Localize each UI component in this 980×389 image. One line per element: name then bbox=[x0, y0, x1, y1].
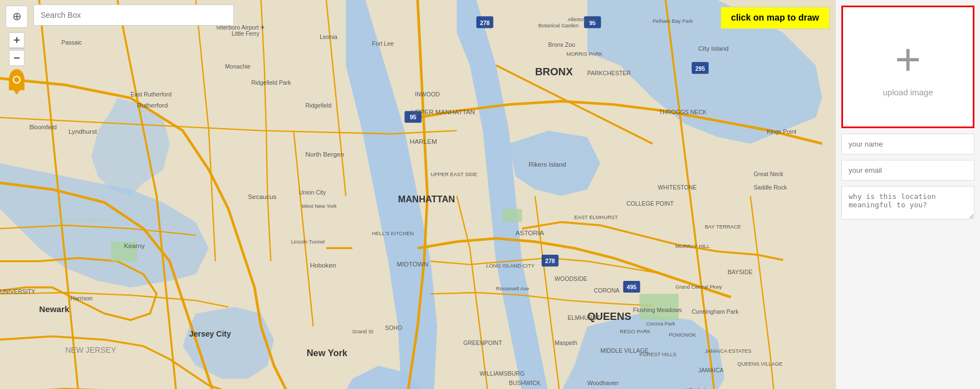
svg-text:City Island: City Island bbox=[698, 45, 729, 52]
svg-text:BRONX: BRONX bbox=[535, 66, 573, 77]
svg-text:MIDTOWN: MIDTOWN bbox=[397, 260, 429, 268]
svg-text:Bronx Zoo: Bronx Zoo bbox=[548, 41, 575, 48]
navigation-control[interactable]: ⊕ bbox=[6, 6, 28, 28]
svg-text:⊕: ⊕ bbox=[12, 10, 22, 22]
pegman-control[interactable] bbox=[9, 69, 24, 90]
plus-icon: + bbox=[895, 37, 921, 82]
svg-text:Great Neck: Great Neck bbox=[754, 171, 784, 177]
svg-text:NEW JERSEY: NEW JERSEY bbox=[65, 346, 116, 354]
svg-text:PARKCHESTER: PARKCHESTER bbox=[587, 70, 631, 76]
svg-text:GREENPOINT: GREENPOINT bbox=[463, 339, 502, 346]
zoom-out-button[interactable]: − bbox=[9, 50, 24, 66]
svg-text:278: 278 bbox=[480, 20, 490, 26]
svg-text:COLLEGE POINT: COLLEGE POINT bbox=[626, 200, 674, 207]
svg-text:Union City: Union City bbox=[299, 189, 326, 196]
svg-text:Leonia: Leonia bbox=[320, 33, 337, 40]
svg-text:Saddle Rock: Saddle Rock bbox=[754, 184, 787, 191]
svg-text:BUSHWICK: BUSHWICK bbox=[509, 380, 541, 386]
svg-text:CORONA: CORONA bbox=[594, 287, 619, 294]
svg-text:Roosevelt Ave: Roosevelt Ave bbox=[496, 286, 530, 291]
svg-text:JAMAICA: JAMAICA bbox=[698, 367, 724, 373]
svg-text:EAST ELMHURST: EAST ELMHURST bbox=[574, 215, 618, 220]
svg-text:Pelham Bay Park: Pelham Bay Park bbox=[653, 18, 693, 24]
svg-text:Botanical Garden: Botanical Garden bbox=[538, 23, 579, 28]
svg-text:Hoboken: Hoboken bbox=[310, 261, 336, 269]
svg-text:WHITESTONE: WHITESTONE bbox=[658, 184, 697, 191]
svg-text:BAYSIDE: BAYSIDE bbox=[728, 269, 753, 275]
search-container bbox=[33, 4, 234, 26]
svg-text:Secaucus: Secaucus bbox=[248, 193, 277, 200]
svg-text:New York: New York bbox=[307, 348, 348, 358]
svg-text:UNIVERSITY: UNIVERSITY bbox=[0, 288, 35, 295]
svg-text:Little Ferry: Little Ferry bbox=[232, 30, 259, 37]
svg-rect-18 bbox=[502, 209, 522, 222]
svg-text:BAY TERRACE: BAY TERRACE bbox=[705, 224, 741, 230]
draw-banner: click on map to draw bbox=[721, 7, 830, 29]
search-input[interactable] bbox=[33, 4, 234, 26]
svg-text:HELL'S KITCHEN: HELL'S KITCHEN bbox=[372, 231, 414, 236]
svg-text:Bloomfield: Bloomfield bbox=[30, 124, 57, 130]
svg-text:East Rutherford: East Rutherford bbox=[130, 91, 171, 98]
svg-text:WOODSIDE: WOODSIDE bbox=[555, 275, 587, 282]
svg-text:UPPER MANHATTAN: UPPER MANHATTAN bbox=[411, 108, 475, 115]
svg-text:North Bergen: North Bergen bbox=[305, 150, 344, 158]
zoom-in-button[interactable]: + bbox=[9, 32, 24, 48]
svg-text:FOREST HILLS: FOREST HILLS bbox=[639, 352, 676, 357]
svg-text:Cunningham Park: Cunningham Park bbox=[692, 308, 739, 315]
svg-text:Rutherford: Rutherford bbox=[137, 101, 168, 109]
svg-text:Passaic: Passaic bbox=[61, 39, 82, 46]
svg-text:Monachie: Monachie bbox=[225, 63, 251, 70]
svg-text:MORRIS PARK: MORRIS PARK bbox=[566, 51, 603, 57]
svg-text:495: 495 bbox=[627, 284, 637, 290]
svg-text:Corona Park: Corona Park bbox=[646, 321, 675, 327]
svg-text:WILLIAMSBURG: WILLIAMSBURG bbox=[479, 370, 525, 377]
svg-text:Jersey City: Jersey City bbox=[189, 329, 231, 338]
svg-text:JAMAICA ESTATES: JAMAICA ESTATES bbox=[705, 348, 752, 354]
svg-text:SOHO: SOHO bbox=[385, 324, 402, 331]
svg-text:POMONOK: POMONOK bbox=[669, 332, 697, 338]
name-input[interactable] bbox=[841, 134, 974, 154]
svg-text:Rikers Island: Rikers Island bbox=[528, 161, 566, 168]
map-container[interactable]: 95 280 95 278 95 295 278 495 BRONX MANHA… bbox=[0, 0, 835, 389]
svg-text:ASTORIA: ASTORIA bbox=[516, 229, 544, 236]
svg-text:Maspeth: Maspeth bbox=[555, 339, 577, 346]
svg-text:West New York: West New York bbox=[301, 203, 337, 209]
right-panel: + upload image bbox=[835, 0, 980, 389]
meaning-textarea[interactable] bbox=[841, 186, 974, 220]
svg-text:Lyndhurst: Lyndhurst bbox=[68, 128, 97, 135]
svg-text:MANHATTAN: MANHATTAN bbox=[398, 194, 455, 204]
svg-text:Flushing Meadows: Flushing Meadows bbox=[633, 307, 682, 313]
svg-text:Harrison: Harrison bbox=[71, 295, 93, 302]
svg-text:MURRAY HILL: MURRAY HILL bbox=[675, 244, 710, 249]
svg-text:Woodhaven: Woodhaven bbox=[587, 380, 619, 386]
map-controls: ⊕ + − bbox=[6, 6, 28, 90]
svg-text:Grand St: Grand St bbox=[352, 329, 374, 334]
svg-text:Kearny: Kearny bbox=[124, 242, 145, 249]
svg-text:ELMHURST: ELMHURST bbox=[568, 314, 600, 321]
upload-label: upload image bbox=[883, 87, 933, 97]
svg-text:Grand Central Pkwy: Grand Central Pkwy bbox=[675, 284, 722, 290]
svg-text:Richard W De Korte Park: Richard W De Korte Park bbox=[51, 217, 109, 223]
svg-text:Fort Lee: Fort Lee bbox=[372, 40, 394, 47]
upload-image-box[interactable]: + upload image bbox=[841, 6, 974, 128]
svg-text:HARLEM: HARLEM bbox=[410, 138, 437, 145]
email-input[interactable] bbox=[841, 160, 974, 181]
svg-text:Ridgefield Park: Ridgefield Park bbox=[251, 79, 291, 86]
draw-banner-text: click on map to draw bbox=[731, 13, 819, 22]
svg-text:278: 278 bbox=[545, 257, 555, 264]
svg-text:295: 295 bbox=[695, 65, 705, 72]
svg-text:UPPER EAST SIDE: UPPER EAST SIDE bbox=[430, 172, 477, 177]
svg-text:Allerton Ave: Allerton Ave bbox=[568, 17, 596, 22]
svg-text:LONG ISLAND CITY: LONG ISLAND CITY bbox=[486, 263, 535, 269]
svg-text:THROGGS NECK: THROGGS NECK bbox=[659, 109, 707, 115]
svg-text:INWOOD: INWOOD bbox=[415, 91, 440, 98]
svg-text:Kings Point: Kings Point bbox=[767, 128, 796, 135]
svg-text:REGO PARK: REGO PARK bbox=[620, 329, 651, 334]
svg-text:Lincoln Tunnel: Lincoln Tunnel bbox=[291, 239, 325, 245]
svg-text:Newark: Newark bbox=[39, 304, 70, 314]
svg-text:Ridgefield: Ridgefield bbox=[305, 102, 331, 109]
svg-text:QUEENS VILLAGE: QUEENS VILLAGE bbox=[737, 361, 782, 367]
